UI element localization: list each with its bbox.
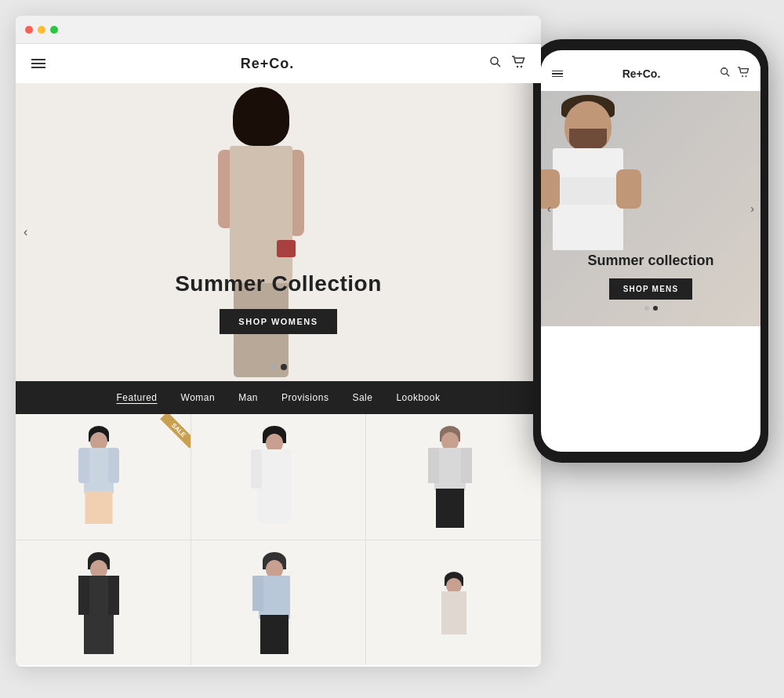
product-card-6[interactable] (366, 540, 541, 665)
nav-lookbook[interactable]: Lookbook (396, 392, 440, 403)
hamburger-menu-icon[interactable] (31, 59, 45, 68)
svg-line-1 (497, 64, 500, 67)
product-figure-1 (71, 426, 134, 528)
nav-featured[interactable]: Featured (117, 392, 158, 403)
dress-2 (257, 449, 292, 524)
browser-chrome (16, 16, 541, 44)
man-figure-area (564, 95, 612, 146)
man-right-arm-skin (616, 169, 641, 209)
mobile-dot-1[interactable] (644, 306, 649, 311)
hamburger-line-2 (31, 63, 45, 64)
arm-l-3 (428, 448, 439, 483)
svg-point-6 (742, 75, 743, 77)
browser-fullscreen-dot (50, 26, 58, 34)
mobile-dot-2[interactable] (653, 306, 658, 311)
mobile-arrow-left[interactable]: ‹ (547, 202, 551, 215)
hamburger-line-3 (31, 67, 45, 68)
model-body (175, 83, 347, 381)
man-beard (569, 129, 607, 151)
desktop-site: Re+Co. (16, 44, 541, 667)
svg-point-7 (745, 75, 746, 77)
product-card-2[interactable] (191, 414, 366, 540)
svg-point-3 (521, 66, 522, 67)
arm-r-3 (461, 448, 472, 483)
pants-3 (436, 489, 464, 528)
m-ham-line-3 (552, 76, 563, 78)
product-figure-2 (247, 426, 310, 528)
site-logo: Re+Co. (241, 56, 295, 72)
svg-point-2 (517, 66, 518, 67)
hero-overlay: Summer Collection SHOP WOMENS (16, 271, 541, 334)
arm-l-5 (252, 576, 263, 611)
product-card-4[interactable] (16, 540, 191, 665)
mobile-shop-mens-button[interactable]: SHOP MENS (609, 278, 693, 300)
svg-line-5 (727, 74, 730, 77)
model-hair (233, 87, 289, 146)
nav-sale[interactable]: Sale (352, 392, 372, 403)
mobile-header: Re+Co. (541, 56, 760, 91)
mobile-header-icons (720, 67, 750, 81)
search-icon[interactable] (489, 56, 502, 71)
cart-icon[interactable] (511, 56, 525, 71)
phone-screen: Re+Co. (541, 50, 760, 452)
product-card-1[interactable] (16, 414, 191, 540)
hero-dot-1[interactable] (270, 364, 276, 370)
product-figure-4 (71, 552, 134, 654)
svg-point-0 (491, 57, 498, 64)
arm-r-1 (108, 448, 119, 483)
hero-arrow-left[interactable]: ‹ (24, 225, 27, 239)
desktop-browser: Re+Co. (16, 16, 541, 667)
product-card-3[interactable] (366, 414, 541, 540)
arm-l-1 (78, 448, 89, 483)
mobile-site-logo: Re+Co. (622, 67, 661, 80)
nav-woman[interactable]: Woman (181, 392, 216, 403)
mobile-cart-icon[interactable] (737, 67, 750, 81)
hero-dots (270, 364, 287, 370)
nav-man[interactable]: Man (238, 392, 258, 403)
header-icons (489, 56, 525, 71)
browser-minimize-dot (38, 26, 45, 34)
hero-dot-2[interactable] (281, 364, 287, 370)
hero-section: Summer Collection SHOP WOMENS ‹ (16, 83, 541, 381)
svg-point-4 (721, 68, 728, 75)
legs-1 (85, 491, 113, 524)
m-ham-line-2 (552, 73, 563, 75)
arm-l-2 (251, 449, 262, 489)
mobile-hamburger-icon[interactable] (552, 71, 563, 78)
shop-womens-button[interactable]: SHOP WOMENS (220, 309, 336, 334)
mobile-search-icon[interactable] (720, 67, 731, 81)
mobile-hero-title: Summer collection (541, 253, 760, 269)
top-5 (259, 576, 290, 619)
scene: Re+Co. (16, 16, 768, 682)
site-nav: Featured Woman Man Provisions Sale Lookb… (16, 381, 541, 414)
product-figure-5 (247, 552, 310, 654)
product-figure-6 (430, 572, 477, 634)
mobile-hero-dots (541, 306, 760, 311)
hamburger-line-1 (31, 59, 45, 60)
nav-provisions[interactable]: Provisions (281, 392, 328, 403)
m-ham-line-1 (552, 71, 563, 72)
hero-model-figure (175, 83, 347, 381)
mobile-hero-overlay: Summer collection SHOP MENS (541, 253, 760, 311)
product-card-5[interactable] (191, 540, 366, 665)
arm-r-4 (108, 576, 119, 615)
body-6 (441, 591, 466, 634)
arm-l-4 (78, 576, 89, 615)
site-header: Re+Co. (16, 44, 541, 83)
model-torso (230, 146, 292, 287)
mobile-arrow-right[interactable]: › (750, 202, 754, 215)
mobile-hero: Summer collection SHOP MENS ‹ › (541, 91, 760, 326)
model-bag (277, 240, 296, 257)
man-face (564, 101, 612, 152)
sale-ribbon-1 (151, 414, 191, 453)
phone-shell: Re+Co. (533, 39, 768, 463)
browser-close-dot (25, 26, 33, 34)
hero-title: Summer Collection (16, 271, 541, 296)
pants-5 (260, 615, 289, 654)
product-figure-3 (423, 426, 485, 528)
product-grid (16, 414, 541, 665)
